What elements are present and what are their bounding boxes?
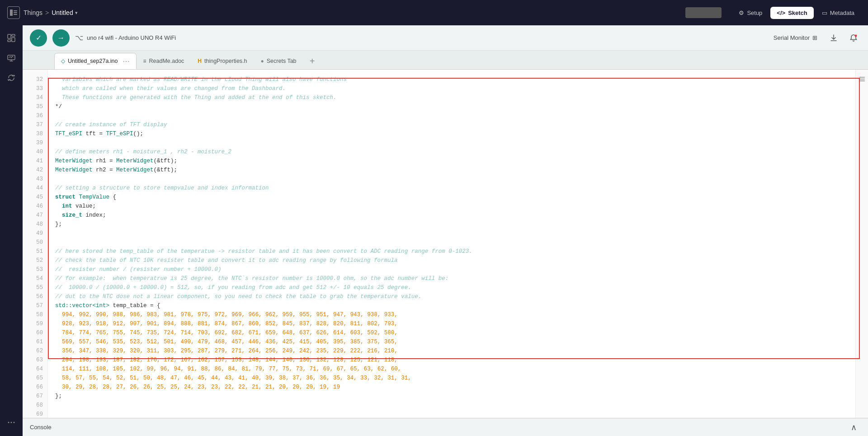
line-num: 57 [23, 301, 47, 310]
line-num: 36 [23, 111, 47, 120]
breadcrumb-chevron: ▾ [75, 10, 78, 16]
sidebar-icon-files[interactable] [3, 30, 19, 46]
line-num: 64 [23, 365, 47, 374]
notification-button[interactable] [846, 31, 861, 45]
right-edge [855, 70, 868, 418]
svg-point-12 [855, 34, 857, 37]
search-bar [685, 7, 722, 18]
line-num: 48 [23, 220, 47, 229]
download-button[interactable] [826, 31, 841, 45]
topbar: Things > Untitled ▾ ⚙ Setup </> Sketch ▭… [0, 0, 868, 25]
svg-rect-5 [12, 34, 15, 36]
sidebar-icon-sync[interactable] [3, 70, 19, 86]
svg-rect-13 [859, 77, 865, 78]
line-num: 52 [23, 256, 47, 265]
tab-label-properties: thingProperties.h [204, 58, 247, 64]
board-info: ⌥ uno r4 wifi - Arduino UNO R4 WiFi [75, 33, 176, 42]
tab-icon-secrets: ● [261, 58, 264, 64]
svg-rect-14 [859, 79, 865, 80]
serial-monitor-button[interactable]: Serial Monitor ⊞ [770, 33, 821, 43]
line-num: 39 [23, 138, 47, 147]
tab-label-readme: ReadMe.adoc [149, 58, 184, 64]
line-num: 66 [23, 383, 47, 392]
line-num: 32 [23, 75, 47, 84]
metadata-button[interactable]: ▭ Metadata [816, 7, 861, 19]
line-num: 49 [23, 229, 47, 238]
tab-readme[interactable]: ≡ ReadMe.adoc [137, 53, 191, 69]
line-num: 37 [23, 120, 47, 129]
sidebar-bottom [3, 414, 19, 436]
line-num: 43 [23, 175, 47, 184]
line-num: 56 [23, 292, 47, 301]
tab-label-secrets: Secrets Tab [267, 58, 297, 64]
editor-area: ✓ → ⌥ uno r4 wifi - Arduino UNO R4 WiFi … [23, 25, 868, 436]
line-num: 45 [23, 193, 47, 202]
right-edge-menu[interactable] [857, 74, 867, 84]
line-num: 41 [23, 156, 47, 166]
sketch-button[interactable]: </> Sketch [770, 7, 813, 19]
line-num: 62 [23, 346, 47, 355]
top-actions: ⚙ Setup </> Sketch ▭ Metadata [732, 7, 861, 19]
tab-label-ino: Untitled_sep27a.ino [68, 58, 118, 64]
board-name: uno r4 wifi - Arduino UNO R4 WiFi [87, 34, 176, 41]
line-num: 63 [23, 355, 47, 365]
line-num: 60 [23, 328, 47, 337]
code-content[interactable]: variables which are marked as READ/WRITE… [48, 70, 855, 418]
check-icon: ✓ [36, 33, 42, 42]
line-num: 47 [23, 211, 47, 220]
breadcrumb-current[interactable]: Untitled ▾ [52, 9, 77, 16]
monitor-icon: ⊞ [812, 34, 817, 41]
line-num: 38 [23, 129, 47, 138]
tab-add-button[interactable]: + [305, 54, 320, 68]
line-num: 53 [23, 265, 47, 274]
svg-rect-0 [10, 9, 13, 16]
setup-button[interactable]: ⚙ Setup [732, 7, 769, 19]
chevron-up-icon: ∧ [851, 422, 857, 432]
line-num: 61 [23, 337, 47, 346]
line-num: 54 [23, 274, 47, 283]
line-num: 44 [23, 184, 47, 193]
svg-rect-1 [14, 10, 17, 11]
doc-icon: ▭ [822, 9, 827, 16]
tab-icon-readme: ≡ [143, 58, 146, 64]
sidebar-icon-more[interactable] [3, 414, 19, 431]
line-num: 40 [23, 147, 47, 156]
line-num: 51 [23, 247, 47, 256]
sidebar-toggle[interactable] [7, 6, 20, 19]
tab-icon-properties: H [198, 58, 202, 64]
tab-secrets[interactable]: ● Secrets Tab [254, 53, 303, 69]
svg-rect-4 [8, 34, 11, 38]
sidebar-icon-monitor[interactable] [3, 50, 19, 66]
usb-icon: ⌥ [75, 33, 83, 42]
arrow-right-icon: → [57, 34, 65, 42]
console-bar: Console ∧ [23, 418, 868, 436]
line-num: 65 [23, 374, 47, 383]
code-editor-wrapper: 32 33 34 35 36 37 38 39 40 41 42 43 44 4… [23, 70, 868, 418]
tab-menu-ino[interactable]: ⋯ [123, 57, 130, 66]
svg-rect-7 [8, 40, 11, 42]
line-num: 35 [23, 102, 47, 111]
line-num: 58 [23, 310, 47, 319]
tab-ino[interactable]: ◇ Untitled_sep27a.ino ⋯ [54, 53, 137, 69]
line-num: 50 [23, 238, 47, 247]
svg-rect-6 [12, 38, 15, 42]
code-icon: </> [777, 9, 785, 16]
verify-button[interactable]: ✓ [30, 29, 47, 47]
things-link[interactable]: Things [24, 9, 42, 16]
left-sidebar [0, 25, 23, 436]
upload-button[interactable]: → [52, 29, 70, 47]
gear-icon: ⚙ [739, 9, 744, 16]
svg-rect-3 [14, 14, 17, 15]
svg-point-11 [14, 422, 15, 423]
tabs-bar: ◇ Untitled_sep27a.ino ⋯ ≡ ReadMe.adoc H … [23, 51, 868, 70]
line-num: 42 [23, 166, 47, 175]
tab-properties[interactable]: H thingProperties.h [191, 53, 254, 69]
console-toggle-button[interactable]: ∧ [846, 420, 861, 435]
line-num: 68 [23, 401, 47, 410]
tab-icon-ino: ◇ [61, 58, 65, 64]
line-numbers: 32 33 34 35 36 37 38 39 40 41 42 43 44 4… [23, 70, 48, 418]
svg-point-9 [8, 422, 9, 423]
line-num: 33 [23, 84, 47, 93]
line-num: 34 [23, 93, 47, 102]
line-num: 59 [23, 319, 47, 328]
